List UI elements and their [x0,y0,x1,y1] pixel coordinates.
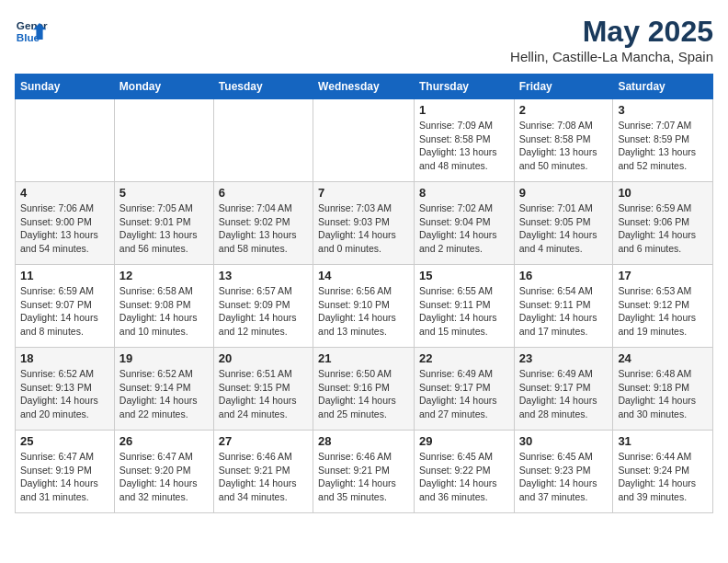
day-info: Sunrise: 6:49 AM Sunset: 9:17 PM Dayligh… [419,367,509,421]
day-info: Sunrise: 6:57 AM Sunset: 9:09 PM Dayligh… [219,284,308,339]
calendar-cell: 30Sunrise: 6:45 AM Sunset: 9:23 PM Dayli… [514,431,613,513]
day-info: Sunrise: 6:50 AM Sunset: 9:16 PM Dayligh… [318,367,409,421]
day-info: Sunrise: 7:09 AM Sunset: 8:58 PM Dayligh… [419,119,509,173]
day-info: Sunrise: 7:05 AM Sunset: 9:01 PM Dayligh… [119,201,209,256]
day-info: Sunrise: 6:45 AM Sunset: 9:23 PM Dayligh… [519,450,609,504]
day-number: 26 [119,434,209,448]
calendar-cell: 17Sunrise: 6:53 AM Sunset: 9:12 PM Dayli… [613,265,713,348]
calendar-cell: 24Sunrise: 6:48 AM Sunset: 9:18 PM Dayli… [613,348,713,431]
header-day: Saturday [613,75,713,99]
day-info: Sunrise: 6:45 AM Sunset: 9:22 PM Dayligh… [419,450,509,504]
calendar-cell: 23Sunrise: 6:49 AM Sunset: 9:17 PM Dayli… [514,348,613,431]
header-day: Wednesday [313,75,415,99]
day-number: 6 [219,186,308,200]
day-info: Sunrise: 6:52 AM Sunset: 9:13 PM Dayligh… [20,367,109,421]
day-number: 21 [318,351,409,365]
calendar-cell: 14Sunrise: 6:56 AM Sunset: 9:10 PM Dayli… [313,265,415,348]
calendar-cell: 22Sunrise: 6:49 AM Sunset: 9:17 PM Dayli… [414,348,514,431]
calendar-cell: 26Sunrise: 6:47 AM Sunset: 9:20 PM Dayli… [114,431,213,513]
day-number: 10 [618,186,708,200]
calendar-cell: 13Sunrise: 6:57 AM Sunset: 9:09 PM Dayli… [213,265,313,348]
day-info: Sunrise: 7:06 AM Sunset: 9:00 PM Dayligh… [20,201,109,256]
day-number: 11 [20,269,109,282]
calendar-cell: 6Sunrise: 7:04 AM Sunset: 9:02 PM Daylig… [213,182,313,265]
day-number: 27 [219,434,308,448]
day-info: Sunrise: 7:02 AM Sunset: 9:04 PM Dayligh… [419,201,509,256]
day-info: Sunrise: 6:46 AM Sunset: 9:21 PM Dayligh… [318,450,409,504]
day-number: 18 [20,351,109,365]
calendar-cell: 27Sunrise: 6:46 AM Sunset: 9:21 PM Dayli… [213,431,313,513]
header-row: SundayMondayTuesdayWednesdayThursdayFrid… [16,75,713,99]
calendar-week-row: 25Sunrise: 6:47 AM Sunset: 9:19 PM Dayli… [16,431,713,513]
day-number: 7 [318,186,409,200]
day-info: Sunrise: 6:52 AM Sunset: 9:14 PM Dayligh… [119,367,209,421]
day-info: Sunrise: 6:59 AM Sunset: 9:06 PM Dayligh… [618,201,708,256]
calendar-cell: 8Sunrise: 7:02 AM Sunset: 9:04 PM Daylig… [414,182,514,265]
header-day: Monday [114,75,213,99]
calendar-cell: 3Sunrise: 7:07 AM Sunset: 8:59 PM Daylig… [613,99,713,182]
day-number: 31 [618,434,708,448]
calendar-week-row: 4Sunrise: 7:06 AM Sunset: 9:00 PM Daylig… [16,182,713,265]
calendar-cell [114,99,213,182]
day-info: Sunrise: 6:48 AM Sunset: 9:18 PM Dayligh… [618,367,708,421]
day-number: 19 [119,351,209,365]
day-info: Sunrise: 6:53 AM Sunset: 9:12 PM Dayligh… [618,284,708,339]
calendar-table: SundayMondayTuesdayWednesdayThursdayFrid… [15,74,713,513]
day-number: 25 [20,434,109,448]
calendar-cell: 1Sunrise: 7:09 AM Sunset: 8:58 PM Daylig… [414,99,514,182]
calendar-cell: 20Sunrise: 6:51 AM Sunset: 9:15 PM Dayli… [213,348,313,431]
calendar-cell: 25Sunrise: 6:47 AM Sunset: 9:19 PM Dayli… [16,431,115,513]
day-number: 14 [318,269,409,282]
day-number: 9 [519,186,609,200]
calendar-cell: 2Sunrise: 7:08 AM Sunset: 8:58 PM Daylig… [514,99,613,182]
calendar-week-row: 18Sunrise: 6:52 AM Sunset: 9:13 PM Dayli… [16,348,713,431]
day-number: 20 [219,351,308,365]
header-day: Friday [514,75,613,99]
day-info: Sunrise: 7:04 AM Sunset: 9:02 PM Dayligh… [219,201,308,256]
calendar-cell: 28Sunrise: 6:46 AM Sunset: 9:21 PM Dayli… [313,431,415,513]
day-info: Sunrise: 6:58 AM Sunset: 9:08 PM Dayligh… [119,284,209,339]
day-info: Sunrise: 7:03 AM Sunset: 9:03 PM Dayligh… [318,201,409,256]
day-info: Sunrise: 6:55 AM Sunset: 9:11 PM Dayligh… [419,284,509,339]
day-info: Sunrise: 7:07 AM Sunset: 8:59 PM Dayligh… [618,119,708,173]
calendar-cell: 4Sunrise: 7:06 AM Sunset: 9:00 PM Daylig… [16,182,115,265]
day-number: 4 [20,186,109,200]
calendar-cell [313,99,415,182]
day-number: 8 [419,186,509,200]
day-number: 5 [119,186,209,200]
calendar-week-row: 11Sunrise: 6:59 AM Sunset: 9:07 PM Dayli… [16,265,713,348]
day-number: 12 [119,269,209,282]
day-number: 29 [419,434,509,448]
day-number: 13 [219,269,308,282]
header: General Blue May 2025 Hellin, Castille-L… [15,15,713,64]
calendar-cell: 21Sunrise: 6:50 AM Sunset: 9:16 PM Dayli… [313,348,415,431]
day-info: Sunrise: 6:56 AM Sunset: 9:10 PM Dayligh… [318,284,409,339]
calendar-cell: 7Sunrise: 7:03 AM Sunset: 9:03 PM Daylig… [313,182,415,265]
calendar-cell [213,99,313,182]
day-info: Sunrise: 7:01 AM Sunset: 9:05 PM Dayligh… [519,201,609,256]
calendar-cell: 9Sunrise: 7:01 AM Sunset: 9:05 PM Daylig… [514,182,613,265]
calendar-cell: 16Sunrise: 6:54 AM Sunset: 9:11 PM Dayli… [514,265,613,348]
day-info: Sunrise: 6:59 AM Sunset: 9:07 PM Dayligh… [20,284,109,339]
month-title: May 2025 [510,15,713,49]
title-area: May 2025 Hellin, Castille-La Mancha, Spa… [510,15,713,64]
day-info: Sunrise: 6:46 AM Sunset: 9:21 PM Dayligh… [219,450,308,504]
day-number: 22 [419,351,509,365]
day-info: Sunrise: 7:08 AM Sunset: 8:58 PM Dayligh… [519,119,609,173]
svg-text:General: General [17,19,48,31]
day-info: Sunrise: 6:49 AM Sunset: 9:17 PM Dayligh… [519,367,609,421]
calendar-cell: 5Sunrise: 7:05 AM Sunset: 9:01 PM Daylig… [114,182,213,265]
calendar-cell: 19Sunrise: 6:52 AM Sunset: 9:14 PM Dayli… [114,348,213,431]
day-number: 24 [618,351,708,365]
day-number: 23 [519,351,609,365]
calendar-cell: 12Sunrise: 6:58 AM Sunset: 9:08 PM Dayli… [114,265,213,348]
calendar-cell: 31Sunrise: 6:44 AM Sunset: 9:24 PM Dayli… [613,431,713,513]
day-number: 28 [318,434,409,448]
day-info: Sunrise: 6:51 AM Sunset: 9:15 PM Dayligh… [219,367,308,421]
header-day: Sunday [16,75,115,99]
logo-icon: General Blue [15,15,48,48]
header-day: Tuesday [213,75,313,99]
calendar-cell: 10Sunrise: 6:59 AM Sunset: 9:06 PM Dayli… [613,182,713,265]
calendar-cell [16,99,115,182]
day-number: 2 [519,103,609,117]
